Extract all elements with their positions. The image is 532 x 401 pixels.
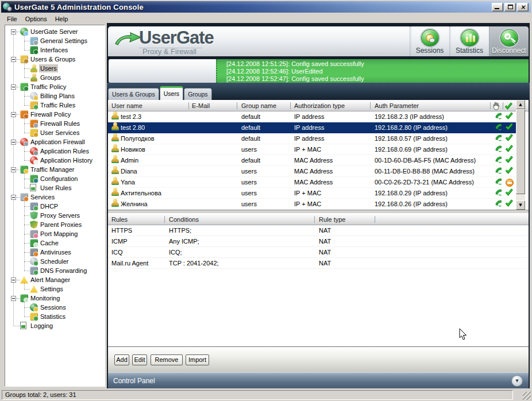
column-header[interactable]: Rule type [319,214,345,225]
tree-item-user-rules[interactable]: User Rules [5,183,105,192]
tab-users[interactable]: Users [160,86,183,100]
tree-item-sessions[interactable]: Sessions [5,303,105,312]
maximize-button[interactable] [504,3,516,11]
minimize-button[interactable] [492,3,503,11]
user-row[interactable]: test 2.80defaultIP address192.168.2.80 (… [108,122,516,133]
tree-item-user-services[interactable]: User Services [5,128,105,137]
tree-item-application-history[interactable]: Application History [5,156,105,165]
application-firewall-icon [20,138,28,146]
scroll-thumb[interactable] [516,109,525,194]
scroll-up-button[interactable]: ▲ [516,100,525,109]
tree-collapse-toggle[interactable] [11,195,16,200]
users-groups-icon [20,55,28,63]
tree-item-port-mapping[interactable]: Port Mapping [5,229,105,238]
tree-item-label: DNS Forwarding [39,267,88,275]
control-panel-bar[interactable]: Control Panel ▼ [108,372,529,388]
tree-item-alert-manager[interactable]: Alert Manager [5,275,105,284]
tree-item-scheduler[interactable]: Scheduler [5,257,105,266]
tree-collapse-toggle[interactable] [11,296,16,301]
check-icon [505,144,513,155]
menu-item-help[interactable]: Help [51,14,72,24]
tree-item-interfaces[interactable]: Interfaces [5,45,105,55]
tree-collapse-toggle[interactable] [11,277,16,283]
tree-item-traffic-rules[interactable]: Traffic Rules [5,101,105,110]
usergate-logo: UserGate Proxy & Firewall [108,26,298,56]
tree-item-cache[interactable]: Cache [5,238,105,248]
close-button[interactable]: × [517,3,529,11]
add-button[interactable]: Add [114,354,129,365]
tree-item-users-groups[interactable]: Users & Groups [5,55,105,64]
tree-item-firewall-rules[interactable]: Firewall Rules [5,119,105,128]
rule-row[interactable]: ICQICQ;NAT [108,247,529,258]
vertical-scrollbar[interactable]: ▲ ▼ [516,100,525,210]
tree-collapse-toggle[interactable] [11,84,16,90]
logging-icon [20,322,26,329]
sessions-button[interactable]: Sessions [410,26,449,56]
mouse-cursor [459,328,468,341]
tree-item-monitoring[interactable]: Monitoring [5,294,105,303]
disconnect-button[interactable]: Disconnect [489,26,529,56]
scroll-down-button[interactable]: ▼ [516,200,525,210]
tree-item-statistics[interactable]: Statistics [5,312,105,321]
tree-item-label: DHCP [39,202,59,210]
tree-item-application-firewall[interactable]: Application Firewall [5,137,105,146]
resize-grip[interactable] [523,392,531,400]
user-row[interactable]: AdmindefaultMAC Address00-1D-60-DB-A5-F5… [108,155,516,166]
user-row[interactable]: DianausersMAC Address00-11-D8-E0-B8-B8 (… [108,166,516,177]
rule-row[interactable]: ICMPAny ICMP;NAT [108,236,529,247]
tree-item-antiviruses[interactable]: Antiviruses [5,248,105,257]
column-header[interactable]: Rules [111,214,128,225]
menu-item-options[interactable]: Options [21,14,51,24]
tree-collapse-toggle[interactable] [11,167,16,172]
tree-collapse-toggle[interactable] [11,57,16,62]
rule-row[interactable]: HTTPSHTTPS;NAT [108,225,529,236]
import-button[interactable]: Import [186,354,209,365]
tree-item-users[interactable]: Users [5,64,105,73]
rule-row[interactable]: Mail.ru AgentTCP : 2041-2042;NAT [108,258,529,269]
tree-item-firewall-policy[interactable]: Firewall Policy [5,110,105,119]
tree-connector-line [24,124,30,124]
tree-item-dhcp[interactable]: DHCP [5,202,105,211]
column-header[interactable]: E-Mail [192,100,210,111]
edit-button[interactable]: Edit [132,354,147,365]
tree-collapse-toggle[interactable] [11,29,16,34]
user-row[interactable]: ЖелнинаusersIP + MAC192.168.0.26 (IP add… [108,199,516,210]
tree-item-application-rules[interactable]: Application Rules [5,146,105,156]
user-row[interactable]: ПолугодковdefaultIP address192.168.0.57 … [108,133,516,144]
user-row[interactable]: НовиковusersIP + MAC192.168.0.69 (IP add… [108,144,516,155]
user-row[interactable]: АхтительноваusersIP + MAC192.168.0.29 (I… [108,188,516,199]
tree-item-logging[interactable]: Logging [5,321,105,330]
tab-users-groups[interactable]: Users & Groups [108,88,159,100]
title-bar[interactable]: UserGate 5 Administration Console × [1,1,531,13]
tree-item-configuration[interactable]: Configuration [5,174,105,183]
column-header[interactable]: Group name [241,100,276,111]
tree-item-traffic-manager[interactable]: Traffic Manager [5,165,105,174]
user-auth-type: IP address [294,133,324,144]
tree-item-groups[interactable]: Groups [5,73,105,82]
tree-item-general-settings[interactable]: General Settings [5,36,105,45]
column-header[interactable]: Conditions [169,214,199,225]
column-header[interactable]: Authorization type [294,100,345,111]
users-table: test 2.3defaultIP address192.168.2.3 (IP… [108,111,516,210]
billing-plans-icon [30,92,38,100]
user-row[interactable]: YanausersMAC Address00-C0-26-2D-73-21 (M… [108,177,516,188]
collapse-chevron-button[interactable]: ▼ [511,375,523,387]
menu-item-file[interactable]: File [3,14,21,24]
column-header[interactable]: User name [111,100,142,111]
column-separator [490,102,491,109]
tree-item-dns-forwarding[interactable]: DNS Forwarding [5,266,105,275]
tree-item-traffic-policy[interactable]: Traffic Policy [5,82,105,91]
remove-button[interactable]: Remove [151,354,183,365]
tree-collapse-toggle[interactable] [11,112,16,117]
tree-item-billing-plans[interactable]: Billing Plans [5,91,105,101]
tree-collapse-toggle[interactable] [11,140,16,145]
tab-groups[interactable]: Groups [184,88,211,100]
tree-item-settings[interactable]: Settings [5,284,105,294]
user-row[interactable]: test 2.3defaultIP address192.168.2.3 (IP… [108,111,516,122]
tree-item-proxy-servers[interactable]: Proxy Servers [5,211,105,220]
tree-item-usergate-server[interactable]: UserGate Server [5,27,105,36]
column-header[interactable]: Auth Parameter [375,100,419,111]
statistics-button[interactable]: Statistics [449,26,489,56]
tree-item-services[interactable]: Services [5,192,105,202]
tree-item-parent-proxies[interactable]: Parent Proxies [5,220,105,229]
